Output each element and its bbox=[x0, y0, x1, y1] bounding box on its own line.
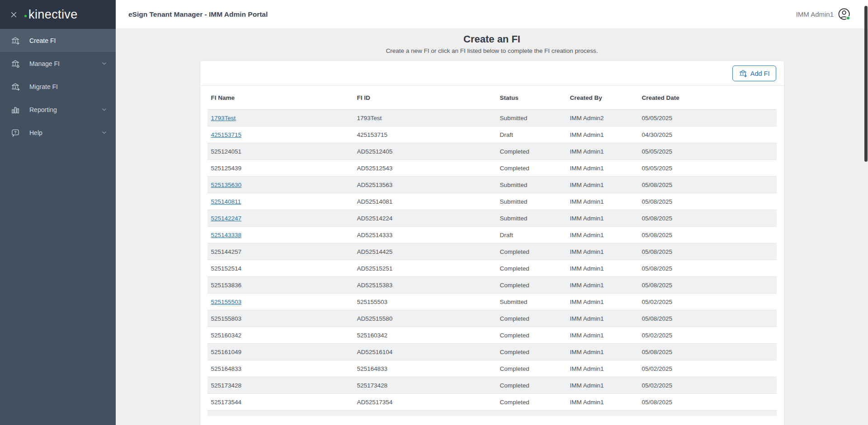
fi-name-text: 525173544 bbox=[211, 399, 242, 406]
created-by-cell: IMM Admin2 bbox=[566, 115, 638, 121]
sidebar-item-migrate-fi[interactable]: Migrate FI bbox=[0, 75, 116, 98]
table-header-row: FI NameFI IDStatusCreated ByCreated Date bbox=[208, 86, 777, 110]
table-row: 525143338AD52514333DraftIMM Admin105/08/… bbox=[208, 227, 777, 243]
user-menu[interactable]: IMM Admin1 bbox=[796, 8, 868, 21]
created-by-cell: IMM Admin1 bbox=[566, 299, 638, 305]
created-date-cell: 05/08/2025 bbox=[638, 198, 777, 205]
status-cell: Submitted bbox=[496, 115, 566, 121]
sidebar-item-label: Help bbox=[29, 129, 101, 136]
logo-band: kinective bbox=[0, 0, 116, 29]
created-date-cell: 05/08/2025 bbox=[638, 232, 777, 238]
created-date-cell: 05/08/2025 bbox=[638, 399, 777, 406]
fi-id-cell: 1793Test bbox=[354, 115, 496, 121]
fi-name-link[interactable]: 425153715 bbox=[211, 131, 242, 138]
card-toolbar: Add FI bbox=[200, 61, 784, 86]
logo-text: kinective bbox=[28, 8, 78, 21]
created-date-cell: 05/02/2025 bbox=[638, 332, 777, 339]
fi-name-link[interactable]: 525142247 bbox=[211, 215, 242, 222]
bank-gear-icon bbox=[11, 59, 20, 68]
fi-name-text: 525152514 bbox=[211, 265, 242, 272]
created-date-cell: 05/02/2025 bbox=[638, 382, 777, 389]
sidebar-item-label: Migrate FI bbox=[29, 83, 108, 90]
table-row: 525164833525164833CompletedIMM Admin105/… bbox=[208, 360, 777, 377]
sidebar-close-button[interactable] bbox=[7, 8, 20, 21]
fi-id-cell: AD52514333 bbox=[354, 232, 496, 238]
created-by-cell: IMM Admin1 bbox=[566, 399, 638, 406]
sidebar-item-label: Create FI bbox=[29, 37, 108, 44]
table-row: 525155803AD52515580CompletedIMM Admin105… bbox=[208, 310, 777, 327]
status-cell: Completed bbox=[496, 399, 566, 406]
fi-name-text: 525173428 bbox=[211, 382, 242, 389]
fi-id-cell: AD52515251 bbox=[354, 265, 496, 272]
created-date-cell: 05/08/2025 bbox=[638, 248, 777, 255]
fi-id-cell: 525173428 bbox=[354, 382, 496, 389]
user-avatar-icon[interactable] bbox=[838, 8, 851, 21]
status-cell: Completed bbox=[496, 365, 566, 372]
fi-name-link[interactable]: 525155503 bbox=[211, 299, 242, 305]
status-cell: Submitted bbox=[496, 182, 566, 188]
status-cell: Submitted bbox=[496, 198, 566, 205]
sidebar-item-manage-fi[interactable]: Manage FI bbox=[0, 52, 116, 75]
help-bubble-icon: ? bbox=[11, 128, 20, 137]
created-by-cell: IMM Admin1 bbox=[566, 232, 638, 238]
fi-table: FI NameFI IDStatusCreated ByCreated Date… bbox=[200, 86, 784, 416]
fi-id-cell: 525155503 bbox=[354, 299, 496, 305]
vertical-scrollbar-thumb[interactable] bbox=[864, 6, 868, 162]
created-by-cell: IMM Admin1 bbox=[566, 131, 638, 138]
table-row: 525140811AD52514081SubmittedIMM Admin105… bbox=[208, 193, 777, 210]
status-cell: Completed bbox=[496, 165, 566, 172]
created-by-cell: IMM Admin1 bbox=[566, 248, 638, 255]
table-row: 525160342525160342CompletedIMM Admin105/… bbox=[208, 327, 777, 344]
page-subtitle: Create a new FI or click an FI listed be… bbox=[116, 47, 868, 54]
sidebar-nav: Create FIManage FIMigrate FIReporting?He… bbox=[0, 29, 116, 144]
fi-name-link[interactable]: 525140811 bbox=[211, 198, 241, 205]
created-by-cell: IMM Admin1 bbox=[566, 282, 638, 289]
column-header-created-by: Created By bbox=[566, 94, 638, 101]
table-body: 1793Test1793TestSubmittedIMM Admin205/05… bbox=[208, 110, 777, 416]
page-title: Create an FI bbox=[116, 33, 868, 45]
fi-name-link[interactable]: 1793Test bbox=[211, 115, 236, 121]
table-row: 525173428525173428CompletedIMM Admin105/… bbox=[208, 377, 777, 394]
fi-list-card: Add FI FI NameFI IDStatusCreated ByCreat… bbox=[200, 61, 784, 425]
status-cell: Completed bbox=[496, 248, 566, 255]
app-header: eSign Tenant Manager - IMM Admin Portal … bbox=[116, 0, 868, 29]
fi-name-text: 525144257 bbox=[211, 248, 242, 255]
created-date-cell: 05/08/2025 bbox=[638, 315, 777, 322]
sidebar-item-reporting[interactable]: Reporting bbox=[0, 98, 116, 121]
main-content: Create an FI Create a new FI or click an… bbox=[116, 29, 868, 425]
fi-id-cell: AD52517354 bbox=[354, 399, 496, 406]
fi-id-cell: AD52515383 bbox=[354, 282, 496, 289]
close-icon bbox=[10, 11, 18, 19]
table-row: 525161049AD52516104CompletedIMM Admin105… bbox=[208, 344, 777, 360]
sidebar-item-help[interactable]: ?Help bbox=[0, 121, 116, 144]
table-row: 525155503525155503SubmittedIMM Admin105/… bbox=[208, 294, 777, 310]
created-date-cell: 05/05/2025 bbox=[638, 115, 777, 121]
table-row: 525153836AD52515383CompletedIMM Admin105… bbox=[208, 277, 777, 294]
created-by-cell: IMM Admin1 bbox=[566, 165, 638, 172]
add-fi-button[interactable]: Add FI bbox=[732, 65, 776, 81]
fi-name-link[interactable]: 525143338 bbox=[211, 232, 242, 238]
column-header-fi-name: FI Name bbox=[208, 94, 354, 101]
created-by-cell: IMM Admin1 bbox=[566, 215, 638, 222]
fi-name-text: 525124051 bbox=[211, 148, 242, 155]
status-cell: Completed bbox=[496, 315, 566, 322]
created-date-cell: 05/08/2025 bbox=[638, 182, 777, 188]
status-cell: Completed bbox=[496, 382, 566, 389]
logo-green-dot bbox=[24, 15, 27, 17]
sidebar-item-create-fi[interactable]: Create FI bbox=[0, 29, 116, 52]
fi-name-link[interactable]: 525135630 bbox=[211, 182, 242, 188]
column-header-status: Status bbox=[496, 94, 566, 101]
status-cell: Completed bbox=[496, 148, 566, 155]
column-header-created-date: Created Date bbox=[638, 94, 777, 101]
status-cell: Completed bbox=[496, 332, 566, 339]
table-row: 525173544AD52517354CompletedIMM Admin105… bbox=[208, 394, 777, 411]
table-row-partial bbox=[208, 411, 777, 416]
table-row: 525124051AD52512405CompletedIMM Admin105… bbox=[208, 143, 777, 160]
table-row: 525144257AD52514425CompletedIMM Admin105… bbox=[208, 243, 777, 260]
status-cell: Completed bbox=[496, 282, 566, 289]
fi-id-cell: AD52514425 bbox=[354, 248, 496, 255]
table-row: 525125439AD52512543CompletedIMM Admin105… bbox=[208, 160, 777, 177]
created-date-cell: 05/08/2025 bbox=[638, 265, 777, 272]
fi-id-cell: 525164833 bbox=[354, 365, 496, 372]
created-by-cell: IMM Admin1 bbox=[566, 332, 638, 339]
